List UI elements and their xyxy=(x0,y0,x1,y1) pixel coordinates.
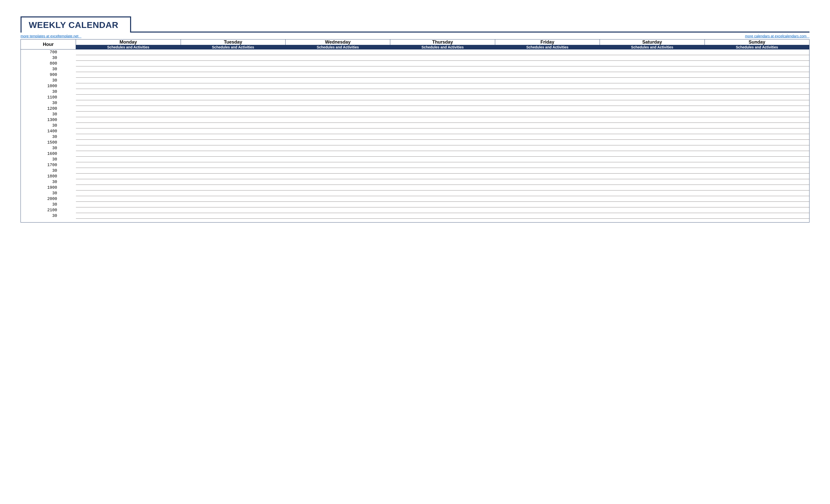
schedule-slot[interactable] xyxy=(181,66,285,72)
schedule-slot[interactable] xyxy=(705,78,809,83)
schedule-slot[interactable] xyxy=(495,185,600,191)
schedule-slot[interactable] xyxy=(76,173,181,179)
schedule-slot[interactable] xyxy=(600,196,705,202)
schedule-slot[interactable] xyxy=(390,111,495,117)
schedule-slot[interactable] xyxy=(285,72,390,78)
schedule-slot[interactable] xyxy=(705,145,809,151)
schedule-slot[interactable] xyxy=(181,117,285,123)
schedule-slot[interactable] xyxy=(495,66,600,72)
schedule-slot[interactable] xyxy=(76,196,181,202)
schedule-slot[interactable] xyxy=(76,106,181,111)
schedule-slot[interactable] xyxy=(495,89,600,95)
schedule-slot[interactable] xyxy=(600,100,705,106)
schedule-slot[interactable] xyxy=(285,89,390,95)
schedule-slot[interactable] xyxy=(600,66,705,72)
schedule-slot[interactable] xyxy=(76,72,181,78)
schedule-slot[interactable] xyxy=(600,117,705,123)
schedule-slot[interactable] xyxy=(76,179,181,185)
schedule-slot[interactable] xyxy=(181,72,285,78)
schedule-slot[interactable] xyxy=(390,83,495,89)
schedule-slot[interactable] xyxy=(705,202,809,207)
schedule-slot[interactable] xyxy=(705,83,809,89)
schedule-slot[interactable] xyxy=(76,168,181,173)
schedule-slot[interactable] xyxy=(76,185,181,191)
schedule-slot[interactable] xyxy=(705,66,809,72)
schedule-slot[interactable] xyxy=(181,185,285,191)
schedule-slot[interactable] xyxy=(705,123,809,128)
schedule-slot[interactable] xyxy=(390,162,495,168)
schedule-slot[interactable] xyxy=(495,168,600,173)
schedule-slot[interactable] xyxy=(495,134,600,140)
schedule-slot[interactable] xyxy=(76,78,181,83)
schedule-slot[interactable] xyxy=(495,213,600,223)
schedule-slot[interactable] xyxy=(181,191,285,196)
schedule-slot[interactable] xyxy=(705,49,809,55)
schedule-slot[interactable] xyxy=(285,111,390,117)
schedule-slot[interactable] xyxy=(390,106,495,111)
schedule-slot[interactable] xyxy=(600,157,705,162)
schedule-slot[interactable] xyxy=(285,202,390,207)
schedule-slot[interactable] xyxy=(705,72,809,78)
schedule-slot[interactable] xyxy=(600,128,705,134)
schedule-slot[interactable] xyxy=(285,83,390,89)
schedule-slot[interactable] xyxy=(705,157,809,162)
schedule-slot[interactable] xyxy=(705,196,809,202)
schedule-slot[interactable] xyxy=(495,128,600,134)
schedule-slot[interactable] xyxy=(600,168,705,173)
schedule-slot[interactable] xyxy=(705,134,809,140)
schedule-slot[interactable] xyxy=(76,66,181,72)
schedule-slot[interactable] xyxy=(76,100,181,106)
schedule-slot[interactable] xyxy=(181,49,285,55)
schedule-slot[interactable] xyxy=(76,117,181,123)
schedule-slot[interactable] xyxy=(495,106,600,111)
schedule-slot[interactable] xyxy=(495,78,600,83)
schedule-slot[interactable] xyxy=(181,89,285,95)
schedule-slot[interactable] xyxy=(390,196,495,202)
schedule-slot[interactable] xyxy=(285,49,390,55)
schedule-slot[interactable] xyxy=(600,202,705,207)
schedule-slot[interactable] xyxy=(390,202,495,207)
schedule-slot[interactable] xyxy=(390,191,495,196)
schedule-slot[interactable] xyxy=(181,55,285,61)
schedule-slot[interactable] xyxy=(705,207,809,213)
schedule-slot[interactable] xyxy=(600,95,705,100)
schedule-slot[interactable] xyxy=(76,151,181,157)
schedule-slot[interactable] xyxy=(181,157,285,162)
schedule-slot[interactable] xyxy=(600,111,705,117)
schedule-slot[interactable] xyxy=(600,106,705,111)
schedule-slot[interactable] xyxy=(181,83,285,89)
schedule-slot[interactable] xyxy=(705,173,809,179)
schedule-slot[interactable] xyxy=(181,95,285,100)
schedule-slot[interactable] xyxy=(495,202,600,207)
schedule-slot[interactable] xyxy=(76,145,181,151)
schedule-slot[interactable] xyxy=(181,111,285,117)
schedule-slot[interactable] xyxy=(600,123,705,128)
schedule-slot[interactable] xyxy=(495,145,600,151)
schedule-slot[interactable] xyxy=(390,173,495,179)
schedule-slot[interactable] xyxy=(705,162,809,168)
schedule-slot[interactable] xyxy=(495,162,600,168)
schedule-slot[interactable] xyxy=(390,207,495,213)
schedule-slot[interactable] xyxy=(390,89,495,95)
schedule-slot[interactable] xyxy=(705,168,809,173)
schedule-slot[interactable] xyxy=(285,100,390,106)
schedule-slot[interactable] xyxy=(390,95,495,100)
schedule-slot[interactable] xyxy=(76,55,181,61)
schedule-slot[interactable] xyxy=(705,140,809,145)
schedule-slot[interactable] xyxy=(390,123,495,128)
schedule-slot[interactable] xyxy=(495,55,600,61)
schedule-slot[interactable] xyxy=(76,61,181,66)
schedule-slot[interactable] xyxy=(285,173,390,179)
schedule-slot[interactable] xyxy=(181,151,285,157)
schedule-slot[interactable] xyxy=(285,213,390,223)
schedule-slot[interactable] xyxy=(285,207,390,213)
schedule-slot[interactable] xyxy=(600,140,705,145)
schedule-slot[interactable] xyxy=(76,134,181,140)
schedule-slot[interactable] xyxy=(285,55,390,61)
schedule-slot[interactable] xyxy=(390,157,495,162)
schedule-slot[interactable] xyxy=(600,207,705,213)
schedule-slot[interactable] xyxy=(600,151,705,157)
schedule-slot[interactable] xyxy=(600,134,705,140)
schedule-slot[interactable] xyxy=(285,78,390,83)
schedule-slot[interactable] xyxy=(600,162,705,168)
